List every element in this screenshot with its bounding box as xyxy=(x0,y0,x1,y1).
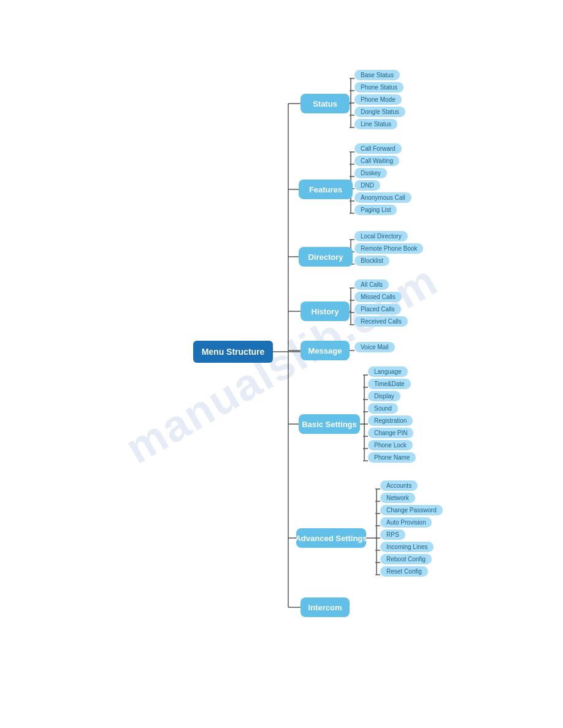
connector-lines xyxy=(0,0,563,728)
leaf-line-status: Line Status xyxy=(354,119,397,129)
main-node-advanced: Advanced Settings xyxy=(296,528,366,548)
leaf-change-pin: Change PIN xyxy=(368,428,413,438)
leaf-phone-mode: Phone Mode xyxy=(354,94,402,105)
leaf-dsskey: Dsskey xyxy=(354,168,387,178)
leaf-dnd: DND xyxy=(354,180,380,191)
leaf-reset-config: Reset Config xyxy=(380,566,428,577)
leaf-voice-mail: Voice Mail xyxy=(354,342,395,352)
leaf-all-calls: All Calls xyxy=(354,279,389,290)
leaf-sound: Sound xyxy=(368,403,398,414)
leaf-dongle-status: Dongle Status xyxy=(354,107,405,117)
leaf-paging-list: Paging List xyxy=(354,205,397,215)
leaf-incoming-lines: Incoming Lines xyxy=(380,542,434,552)
leaf-rps: RPS xyxy=(380,529,405,540)
main-node-history: History xyxy=(301,301,350,321)
leaf-time-date: Time&Date xyxy=(368,379,411,389)
leaf-placed-calls: Placed Calls xyxy=(354,304,401,314)
main-node-message: Message xyxy=(301,341,350,360)
leaf-network: Network xyxy=(380,493,415,503)
leaf-display: Display xyxy=(368,391,400,401)
leaf-blocklist: Blocklist xyxy=(354,256,389,266)
leaf-reboot-config: Reboot Config xyxy=(380,554,432,564)
leaf-call-waiting: Call Waiting xyxy=(354,156,399,166)
main-node-directory: Directory xyxy=(299,247,353,267)
leaf-call-forward: Call Forward xyxy=(354,143,402,154)
root-node: Menu Structure xyxy=(193,341,273,363)
leaf-local-directory: Local Directory xyxy=(354,231,408,241)
main-node-basic: Basic Settings xyxy=(299,414,360,434)
leaf-phone-lock: Phone Lock xyxy=(368,440,413,450)
main-node-status: Status xyxy=(301,94,350,113)
leaf-received-calls: Received Calls xyxy=(354,316,408,327)
leaf-missed-calls: Missed Calls xyxy=(354,292,402,302)
leaf-phone-status: Phone Status xyxy=(354,82,404,93)
leaf-accounts: Accounts xyxy=(380,480,418,491)
diagram-container: manualslib.com xyxy=(0,0,563,728)
main-node-features: Features xyxy=(299,180,353,199)
leaf-base-status: Base Status xyxy=(354,70,400,80)
leaf-remote-phone-book: Remote Phone Book xyxy=(354,243,423,254)
leaf-registration: Registration xyxy=(368,415,413,426)
main-node-intercom: Intercom xyxy=(301,597,350,617)
leaf-anonymous-call: Anonymous Call xyxy=(354,192,412,203)
leaf-change-password: Change Password xyxy=(380,505,443,515)
leaf-phone-name: Phone Name xyxy=(368,452,416,463)
leaf-auto-provision: Auto Provision xyxy=(380,517,432,528)
leaf-language: Language xyxy=(368,366,408,377)
